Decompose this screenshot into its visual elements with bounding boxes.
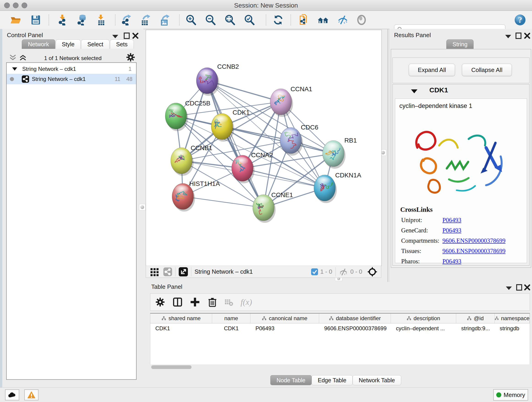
collection-expand-icon[interactable] (12, 67, 17, 71)
delete-column-icon[interactable] (208, 297, 217, 307)
network-selection-status: 1 of 1 Network selected (2, 55, 143, 61)
crosslink-value-link[interactable]: P06493 (443, 227, 462, 234)
node-label-CDK1: CDK1 (233, 109, 250, 116)
network-node-CDC6[interactable]: CDC6 (280, 124, 318, 156)
crosslink-value-link[interactable]: P06493 (443, 258, 462, 265)
crosslink-value-link[interactable]: 9606.ENSP00000378699 (443, 248, 505, 255)
float-panel-icon[interactable] (515, 32, 521, 39)
table-options-gear-icon[interactable] (155, 297, 165, 307)
panel-menu-icon[interactable] (506, 287, 512, 290)
birdseye-toggle-icon[interactable] (367, 267, 377, 277)
help-icon[interactable]: ? (514, 14, 526, 26)
close-panel-icon[interactable] (524, 32, 530, 39)
show-all-eye-icon[interactable] (355, 14, 367, 26)
tab-edge-table[interactable]: Edge Table (312, 375, 353, 385)
show-columns-icon[interactable] (173, 297, 182, 307)
memory-button[interactable]: Memory (493, 389, 528, 401)
tab-node-table[interactable]: Node Table (270, 375, 312, 385)
warnings-button[interactable] (24, 389, 38, 400)
column-header-canonical-name[interactable]: canonical name (250, 313, 319, 323)
tab-network[interactable]: Network (22, 39, 55, 49)
collapse-all-button[interactable]: Collapse All (462, 64, 512, 76)
tab-sets[interactable]: Sets (110, 39, 134, 49)
new-network-from-selection-icon[interactable] (298, 14, 310, 26)
table-cell[interactable]: CDK1 (150, 325, 212, 332)
network-node-HIST1H1A[interactable]: HIST1H1A (172, 180, 220, 211)
crosslink-value-link[interactable]: P06493 (443, 217, 462, 224)
hide-selected-eye-icon[interactable] (337, 14, 349, 26)
column-header-database-identifier[interactable]: database identifier (319, 313, 391, 323)
open-session-icon[interactable] (10, 14, 22, 26)
panel-menu-icon[interactable] (112, 35, 118, 38)
left-splitter-handle[interactable] (139, 204, 146, 211)
column-header-@id[interactable]: @id (456, 313, 495, 323)
network-node-CCNA2[interactable]: CCNA2 (232, 152, 273, 183)
namespace-tree-icon (262, 316, 266, 321)
table-cell[interactable]: stringdb (495, 325, 530, 332)
table-cell[interactable]: P06493 (250, 325, 319, 332)
import-table-icon[interactable] (95, 14, 107, 26)
protein-structure-image (399, 113, 523, 204)
tab-string[interactable]: String (446, 39, 474, 49)
node-label-CCNB1: CCNB1 (191, 144, 212, 152)
zoom-fit-icon[interactable] (224, 14, 236, 26)
zoom-in-icon[interactable] (185, 14, 197, 26)
zoom-selected-icon[interactable] (244, 14, 255, 26)
tab-network-table[interactable]: Network Table (353, 375, 401, 385)
network-node-CDC25B[interactable]: CDC25B (165, 100, 210, 131)
grid-view-icon[interactable] (150, 267, 159, 276)
gene-collapse-icon[interactable] (411, 89, 418, 94)
network-node-RB1[interactable]: RB1 (323, 137, 357, 169)
panel-menu-icon[interactable] (505, 35, 511, 38)
table-cell[interactable]: cyclin–dependent ... (391, 325, 456, 332)
network-node-CDK1[interactable]: CDK1 (211, 109, 250, 142)
apply-layout-icon[interactable] (272, 14, 284, 26)
column-header-description[interactable]: description (391, 313, 456, 323)
selected-checkbox-icon[interactable] (311, 268, 318, 275)
table-cell[interactable]: stringdb:9... (456, 325, 495, 332)
import-network-file-icon[interactable] (57, 14, 69, 26)
hidden-eye-icon[interactable] (339, 268, 348, 276)
crosslink-label: GeneCard: (401, 227, 443, 234)
export-image-icon[interactable] (158, 14, 171, 26)
function-builder-icon: f(x) (241, 297, 252, 307)
home-string-icon[interactable] (317, 14, 329, 26)
float-panel-icon[interactable] (516, 284, 522, 291)
control-panel-tabs: NetworkStyleSelectSets (22, 39, 134, 49)
cloud-status-button[interactable] (5, 389, 19, 400)
tab-select[interactable]: Select (81, 39, 109, 49)
network-node-CCNE1[interactable]: CCNE1 (253, 191, 293, 223)
save-session-icon[interactable] (30, 14, 42, 26)
table-cell[interactable]: 9606.ENSP00000378699 (319, 325, 391, 332)
zoom-out-icon[interactable] (205, 14, 216, 26)
network-node-CCNB1[interactable]: CCNB1 (171, 144, 212, 176)
create-column-icon[interactable] (190, 297, 200, 307)
network-options-gear-icon[interactable] (126, 53, 135, 62)
gene-description: cyclin–dependent kinase 1 (399, 102, 527, 109)
close-panel-icon[interactable] (133, 32, 138, 39)
export-network-icon[interactable] (120, 14, 132, 26)
detach-view-icon[interactable] (179, 267, 188, 276)
column-header-name[interactable]: name (212, 313, 250, 323)
network-collection-row[interactable]: String Network – cdk1 1 (7, 64, 136, 74)
table-cell[interactable]: CDK1 (212, 325, 250, 332)
network-node-CDKN1A[interactable]: CDKN1A (314, 172, 361, 203)
float-panel-icon[interactable] (124, 32, 130, 39)
network-row-selected[interactable]: String Network – cdk1 11 48 (7, 74, 136, 84)
network-node-CCNB2[interactable]: CCNB2 (196, 63, 239, 96)
tab-style[interactable]: Style (56, 39, 81, 49)
network-canvas[interactable]: CCNB2CCNA1CDC25BCDK1CDC6RB1CCNB1CCNA2CDK… (146, 30, 382, 266)
export-table-icon[interactable] (139, 14, 151, 26)
share-view-icon[interactable] (163, 268, 172, 276)
table-horizontal-scrollbar[interactable] (151, 365, 191, 369)
column-header-namespace[interactable]: namespace (495, 313, 530, 323)
column-header-shared-name[interactable]: shared name (150, 313, 212, 323)
close-panel-icon[interactable] (524, 284, 530, 291)
table-row[interactable]: CDK1CDK1P064939606.ENSP00000378699cyclin… (150, 323, 530, 333)
crosslink-label: Uniprot: (401, 217, 443, 224)
network-tree: String Network – cdk1 1 String Network –… (6, 62, 137, 380)
expand-all-button[interactable]: Expand All (409, 64, 455, 76)
crosslink-value-link[interactable]: 9606.ENSP00000378699 (443, 237, 505, 244)
import-network-database-icon[interactable] (76, 14, 88, 26)
crosslink-label: Tissues: (401, 248, 443, 255)
